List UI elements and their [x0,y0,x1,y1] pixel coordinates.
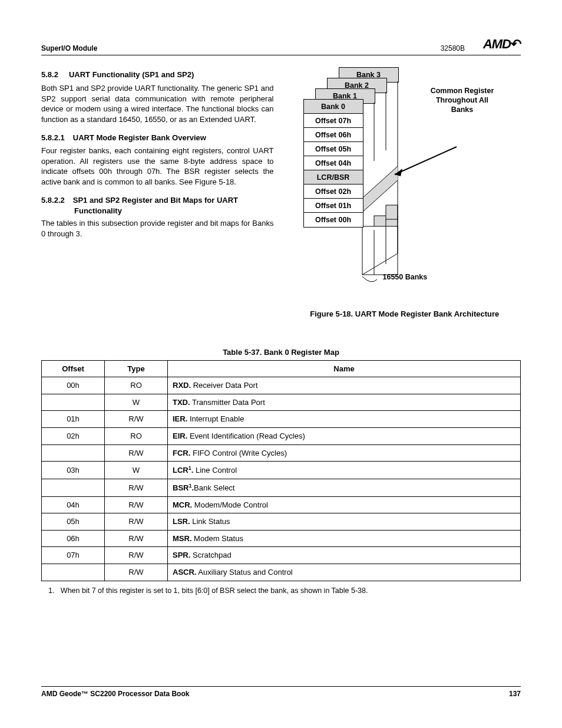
subsection-1-heading: 5.8.2.1UART Mode Register Bank Overview [41,133,274,143]
bank0-cell: Bank 0 [303,99,363,114]
cell-name: EIR. Event Identification (Read Cycles) [168,427,521,444]
cell-type: R/W [105,496,168,513]
section-title: UART Functionality (SP1 and SP2) [69,70,194,79]
section-heading: 5.8.2UART Functionality (SP1 and SP2) [41,70,274,80]
footer-left: AMD Geode™ SC2200 Processor Data Book [41,689,189,699]
amd-logo: AMD↶ [483,35,521,53]
table-footnote: 1. When bit 7 of this register is set to… [48,586,521,596]
subsection-1-title: UART Mode Register Bank Overview [73,133,206,142]
table-row: R/WFCR. FIFO Control (Write Cycles) [42,444,521,462]
page-header: SuperI/O Module 32580B AMD↶ [41,35,521,55]
two-column-layout: 5.8.2UART Functionality (SP1 and SP2) Bo… [41,67,521,337]
cell-offset: 05h [42,513,105,531]
cell-offset: 02h [42,427,105,444]
cell-offset: 01h [42,411,105,428]
table-row: 03hWLCR1. Line Control [42,462,521,479]
cell-name: RXD. Receiver Data Port [168,377,521,394]
cell-name: LSR. Link Status [168,513,521,531]
offset06-cell: Offset 06h [303,127,363,143]
header-docnum: 32580B [441,44,465,53]
table-row: 07hR/WSPR. Scratchpad [42,547,521,564]
subsection-1-paragraph: Four register banks, each containing eig… [41,146,274,187]
table-caption: Table 5-37. Bank 0 Register Map [41,347,521,358]
header-module: SuperI/O Module [41,44,97,53]
table-row: 00hRORXD. Receiver Data Port [42,377,521,394]
common-register-label: Common Register Throughout All Banks [427,86,498,115]
banks-label: 16550 Banks [383,272,428,282]
subsection-2-title-line1: SP1 and SP2 Register and Bit Maps for UA… [73,196,238,205]
svg-rect-5 [362,226,398,275]
page-footer: AMD Geode™ SC2200 Processor Data Book 13… [41,686,521,699]
cell-offset [42,564,105,581]
cell-type: W [105,394,168,411]
subsection-2-title-line2: Functionality [41,206,274,216]
cell-offset: 06h [42,530,105,547]
table-body: 00hRORXD. Receiver Data PortWTXD. Transm… [42,377,521,581]
cell-name: MSR. Modem Status [168,530,521,547]
cell-offset: 04h [42,496,105,513]
cell-type: W [105,462,168,479]
cell-name: FCR. FIFO Control (Write Cycles) [168,444,521,462]
table-row: 05hR/WLSR. Link Status [42,513,521,531]
subsection-2-number: 5.8.2.2 [41,196,65,205]
subsection-1-number: 5.8.2.1 [41,133,65,142]
table-row: 06hR/WMSR. Modem Status [42,530,521,547]
cell-offset [42,444,105,462]
offset07-cell: Offset 07h [303,113,363,129]
section-number: 5.8.2 [41,70,58,79]
cell-type: R/W [105,411,168,428]
cell-offset: 07h [42,547,105,564]
table-row: 01hR/WIER. Interrupt Enable [42,411,521,428]
svg-line-13 [395,147,457,174]
left-column: 5.8.2UART Functionality (SP1 and SP2) Bo… [41,67,274,337]
col-name: Name [168,360,521,377]
footer-page: 137 [509,689,521,699]
offset04-cell: Offset 04h [303,156,363,171]
cell-offset: 03h [42,462,105,479]
svg-rect-4 [386,205,398,219]
cell-name: IER. Interrupt Enable [168,411,521,428]
footnote-number: 1. [48,587,54,595]
subsection-2-heading: 5.8.2.2SP1 and SP2 Register and Bit Maps… [41,195,274,206]
cell-offset: 00h [42,377,105,394]
table-row: 02hROEIR. Event Identification (Read Cyc… [42,427,521,444]
offset05-cell: Offset 05h [303,141,363,157]
cell-name: BSR1.Bank Select [168,479,521,496]
lcrbsr-cell: LCR/BSR [303,170,363,185]
footnote-text: When bit 7 of this register is set to 1,… [61,587,368,595]
cell-name: ASCR. Auxiliary Status and Control [168,564,521,581]
cell-type: R/W [105,479,168,496]
figure-caption: Figure 5-18. UART Mode Register Bank Arc… [289,309,521,319]
table-row: R/WBSR1.Bank Select [42,479,521,496]
cell-type: R/W [105,513,168,531]
offset01-cell: Offset 01h [303,198,363,213]
table-row: R/WASCR. Auxiliary Status and Control [42,564,521,581]
right-column: Bank 3 Bank 2 Bank 1 [289,67,521,337]
table-row: WTXD. Transmitter Data Port [42,394,521,411]
bank-diagram: Bank 3 Bank 2 Bank 1 [295,67,495,303]
col-offset: Offset [42,360,105,377]
cell-type: R/W [105,547,168,564]
subsection-2-paragraph: The tables in this subsection provide re… [41,218,274,239]
cell-type: R/W [105,564,168,581]
cell-type: R/W [105,530,168,547]
cell-type: R/W [105,444,168,462]
cell-name: LCR1. Line Control [168,462,521,479]
table-row: 04hR/WMCR. Modem/Mode Control [42,496,521,513]
section-paragraph: Both SP1 and SP2 provide UART functional… [41,83,274,124]
cell-name: TXD. Transmitter Data Port [168,394,521,411]
cell-offset [42,479,105,496]
col-type: Type [105,360,168,377]
cell-name: SPR. Scratchpad [168,547,521,564]
cell-name: MCR. Modem/Mode Control [168,496,521,513]
cell-type: RO [105,377,168,394]
offset02-cell: Offset 02h [303,184,363,199]
register-map-table: Offset Type Name 00hRORXD. Receiver Data… [41,360,521,581]
cell-type: RO [105,427,168,444]
cell-offset [42,394,105,411]
offset00-cell: Offset 00h [303,212,363,228]
